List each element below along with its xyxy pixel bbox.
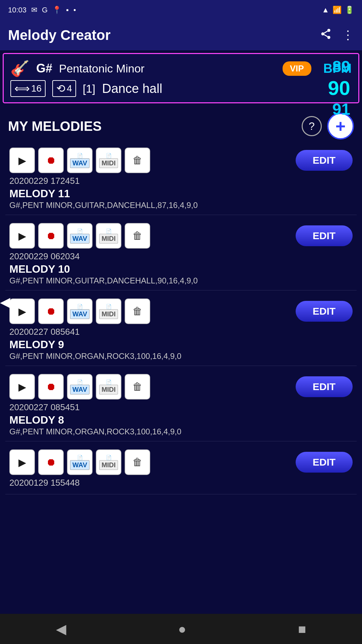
midi-label: MIDI — [99, 234, 118, 244]
melody-controls: ▶ ⏺ 📄 WAV 📄 MIDI 🗑 EDIT — [9, 299, 353, 324]
edit-button[interactable]: EDIT — [296, 301, 353, 322]
svg-line-4 — [324, 31, 327, 33]
panel-row2: ⟺ 16 ⟲ 4 [1] Dance hall — [10, 80, 352, 97]
midi-export-button[interactable]: 📄 MIDI — [96, 299, 121, 324]
midi-label: MIDI — [99, 158, 118, 168]
repeat-icon: ⟲ — [56, 82, 65, 95]
play-button[interactable]: ▶ — [9, 374, 35, 399]
edit-button[interactable]: EDIT — [296, 452, 353, 473]
midi-doc-icon: 📄 — [106, 455, 112, 460]
melody-controls: ▶ ⏺ 📄 WAV 📄 MIDI 🗑 EDIT — [9, 148, 353, 173]
play-button[interactable]: ▶ — [9, 223, 35, 249]
melody-buttons: ▶ ⏺ 📄 WAV 📄 MIDI 🗑 — [9, 374, 150, 399]
guitar-icon: 🎸 — [10, 59, 29, 77]
midi-export-button[interactable]: 📄 MIDI — [96, 449, 121, 475]
scale-display[interactable]: Pentatonic Minor — [59, 62, 276, 75]
back-button[interactable]: ◀ — [56, 621, 66, 637]
record-button[interactable]: ⏺ — [38, 223, 64, 249]
melody-meta: G#,PENT MINOR,ORGAN,ROCK3,100,16,4,9,0 — [9, 352, 353, 361]
bpm-value-90[interactable]: 90 — [328, 77, 350, 99]
collapse-arrow[interactable]: ◀ — [0, 294, 10, 310]
google-icon: G — [42, 6, 48, 14]
midi-doc-icon: 📄 — [106, 304, 112, 309]
help-button[interactable]: ? — [302, 116, 322, 136]
melody-buttons: ▶ ⏺ 📄 WAV 📄 MIDI 🗑 — [9, 449, 150, 475]
wav-doc-icon: 📄 — [77, 455, 83, 460]
wav-doc-icon: 📄 — [77, 153, 83, 158]
more-menu-icon[interactable]: ⋮ — [342, 28, 354, 42]
play-button[interactable]: ▶ — [9, 449, 35, 475]
bpm-value-89[interactable]: 89 — [333, 58, 350, 76]
melody-name: MELODY 11 — [9, 187, 353, 200]
wav-label: WAV — [70, 158, 89, 168]
share-icon[interactable] — [320, 28, 332, 43]
midi-label: MIDI — [99, 385, 118, 394]
record-button[interactable]: ⏺ — [38, 449, 64, 475]
app-bar: Melody Creator ⋮ — [0, 20, 362, 50]
melody-controls: ▶ ⏺ 📄 WAV 📄 MIDI 🗑 EDIT — [9, 374, 353, 399]
melody-name: MELODY 8 — [9, 414, 353, 426]
melody-name: MELODY 9 — [9, 338, 353, 351]
midi-export-button[interactable]: 📄 MIDI — [96, 148, 121, 173]
melody-meta: G#,PENT MINOR,ORGAN,ROCK3,100,16,4,9,0 — [9, 427, 353, 436]
top-panel: 89 90 91 🎸 G# Pentatonic Minor VIP BPM ⟺… — [3, 53, 359, 103]
bars-control[interactable]: ⟺ 16 — [10, 80, 46, 97]
record-button[interactable]: ⏺ — [38, 148, 64, 173]
wav-export-button[interactable]: 📄 WAV — [67, 374, 93, 399]
track-num[interactable]: [1] — [83, 82, 96, 95]
melody-timestamp: 20200229 172451 — [9, 176, 353, 186]
record-button[interactable]: ⏺ — [38, 374, 64, 399]
edit-button[interactable]: EDIT — [296, 376, 353, 397]
repeat-control[interactable]: ⟲ 4 — [52, 80, 76, 97]
play-button[interactable]: ▶ — [9, 299, 35, 324]
midi-doc-icon: 📄 — [106, 153, 112, 158]
melody-buttons: ▶ ⏺ 📄 WAV 📄 MIDI 🗑 — [9, 223, 150, 249]
delete-button[interactable]: 🗑 — [125, 299, 150, 324]
delete-button[interactable]: 🗑 — [125, 223, 150, 249]
section-title: MY MELODIES — [8, 119, 102, 134]
svg-point-2 — [327, 36, 330, 39]
midi-export-button[interactable]: 📄 MIDI — [96, 374, 121, 399]
repeat-value: 4 — [67, 83, 72, 94]
wav-export-button[interactable]: 📄 WAV — [67, 299, 93, 324]
wav-doc-icon: 📄 — [77, 304, 83, 309]
vip-badge[interactable]: VIP — [283, 61, 311, 76]
play-button[interactable]: ▶ — [9, 148, 35, 173]
dot-icon: • — [73, 6, 76, 14]
delete-button[interactable]: 🗑 — [125, 148, 150, 173]
key-display[interactable]: G# — [36, 61, 52, 75]
bpm-selector[interactable]: 89 90 91 — [328, 58, 350, 118]
wav-label: WAV — [70, 385, 89, 394]
wav-export-button[interactable]: 📄 WAV — [67, 148, 93, 173]
melody-timestamp: 20200227 085451 — [9, 402, 353, 413]
melody-controls: ▶ ⏺ 📄 WAV 📄 MIDI 🗑 EDIT — [9, 449, 353, 475]
melody-meta: G#,PENT MINOR,GUITAR,DANCEHALL,90,16,4,9… — [9, 276, 353, 285]
recent-apps-button[interactable]: ■ — [298, 622, 306, 637]
melody-list: ▶ ⏺ 📄 WAV 📄 MIDI 🗑 EDIT 2020022 — [0, 143, 362, 494]
melody-meta: G#,PENT MINOR,GUITAR,DANCEHALL,87,16,4,9… — [9, 201, 353, 210]
home-button[interactable]: ● — [178, 622, 186, 637]
edit-button[interactable]: EDIT — [296, 225, 353, 246]
midi-export-button[interactable]: 📄 MIDI — [96, 223, 121, 249]
midi-label: MIDI — [99, 309, 118, 319]
delete-button[interactable]: 🗑 — [125, 449, 150, 475]
melody-buttons: ▶ ⏺ 📄 WAV 📄 MIDI 🗑 — [9, 299, 150, 324]
style-display[interactable]: Dance hall — [102, 82, 352, 96]
svg-point-0 — [327, 29, 330, 32]
wav-export-button[interactable]: 📄 WAV — [67, 223, 93, 249]
app-title: Melody Creator — [8, 27, 111, 43]
list-item: ▶ ⏺ 📄 WAV 📄 MIDI 🗑 EDIT 2020012 — [5, 445, 357, 494]
melody-controls: ▶ ⏺ 📄 WAV 📄 MIDI 🗑 EDIT — [9, 223, 353, 249]
melody-name: MELODY 10 — [9, 263, 353, 275]
list-item: ▶ ⏺ 📄 WAV 📄 MIDI 🗑 EDIT 2020022 — [5, 369, 357, 441]
record-button[interactable]: ⏺ — [38, 299, 64, 324]
bpm-value-91[interactable]: 91 — [333, 101, 350, 118]
wav-doc-icon: 📄 — [77, 379, 83, 385]
svg-point-1 — [321, 32, 324, 35]
wav-export-button[interactable]: 📄 WAV — [67, 449, 93, 475]
notification-icon: ▪ — [66, 6, 69, 14]
edit-button[interactable]: EDIT — [296, 150, 353, 171]
bars-arrows: ⟺ — [14, 82, 30, 95]
delete-button[interactable]: 🗑 — [125, 374, 150, 399]
melody-timestamp: 20200129 155448 — [9, 478, 353, 488]
